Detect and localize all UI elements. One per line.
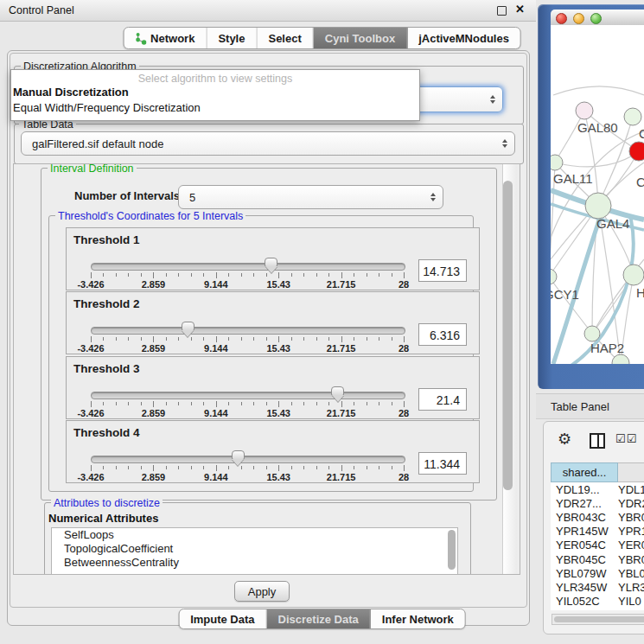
threshold-value-field[interactable]: 6.316 [418,323,467,346]
control-panel-titlebar: Control Panel ✕ [0,0,536,22]
network-node[interactable] [629,142,644,161]
slider-tick [404,401,405,407]
slider-track[interactable] [91,263,405,271]
slider-handle[interactable] [232,450,245,466]
slider-tick [367,402,367,405]
network-node[interactable] [585,193,611,219]
table-row[interactable]: YER054CYER0 [551,539,644,552]
table-row[interactable]: YBL079WYBL0 [551,566,644,580]
columns-icon[interactable] [590,433,605,449]
cell-name: YBR0 [618,511,644,524]
threshold-value-field[interactable]: 11.344 [418,452,467,475]
tab-network[interactable]: Network [124,28,207,48]
network-node-label: H [636,285,644,300]
network-node[interactable] [612,354,629,364]
tab-select[interactable]: Select [257,28,313,48]
network-node[interactable] [584,326,600,341]
slider-handle[interactable] [182,322,194,337]
table-row[interactable]: YBR043CYBR0 [551,510,644,524]
slider-tick [354,273,354,277]
attribute-item-topologicalcoefficient[interactable]: TopologicalCoefficient [52,542,457,556]
select-columns-checkboxes-icon[interactable]: ☑☑ [615,432,637,445]
slider-handle[interactable] [265,258,277,273]
close-icon[interactable]: ✕ [515,3,525,16]
table-hscrollbar-thumb[interactable] [554,616,644,622]
column-header-name[interactable]: n [618,462,644,482]
tab-impute-data[interactable]: Impute Data [179,609,266,628]
threshold-value-field[interactable]: 21.4 [418,388,467,411]
slider-tick-label: 2.859 [142,343,166,354]
table-row[interactable]: YIL052CYIL0 [551,595,644,609]
cell-name: YDL1 [618,483,644,496]
threshold-row: Threshold 2 -3.4262.8599.14415.4321.7152… [66,291,480,354]
slider-tick-label: 2.859 [142,279,166,290]
slider-tick [91,336,92,342]
network-node[interactable] [551,155,563,170]
network-canvas[interactable]: GAL80GALCGAL11GAL4GCY1HHAP2 [551,25,644,364]
number-of-intervals-label: Number of Intervals [74,189,180,202]
minimize-traffic-light-icon[interactable] [573,13,584,24]
slider-track[interactable] [91,392,405,399]
slider-tick [141,337,142,341]
attribute-item-selfloops[interactable]: SelfLoops [52,528,457,542]
slider-tick [341,272,342,278]
tab-jactivemnodules[interactable]: jActiveMNodules [407,28,520,48]
slider-track[interactable] [91,327,405,335]
slider-tick [178,402,179,405]
network-node[interactable] [624,108,641,125]
dropdown-item-manual-discretization[interactable]: Manual Discretization [11,85,419,100]
numerical-attributes-list[interactable]: SelfLoopsTopologicalCoefficientBetweenne… [51,527,458,575]
tab-discretize-data[interactable]: Discretize Data [267,609,371,628]
settings-scrollbar-thumb[interactable] [503,181,513,490]
slider-tick-label: 9.144 [204,279,228,290]
slider-tick [316,466,317,469]
slider-tick [103,402,104,405]
table-row[interactable]: YDR27...YDR2 [551,496,644,510]
gear-icon[interactable]: ⚙ [558,430,571,449]
table-row[interactable]: YBR045CYBR0 [551,552,644,566]
zoom-traffic-light-icon[interactable] [590,13,602,24]
slider-tick [116,273,117,277]
table-row[interactable]: YPR145WYPR1 [551,525,644,539]
slider-tick [91,465,92,471]
slider-handle[interactable] [331,386,344,402]
network-edge[interactable] [553,86,644,95]
close-traffic-light-icon[interactable] [556,13,567,24]
number-of-intervals-combo[interactable]: 5 [178,185,443,209]
table-row[interactable]: YLR345WYLR3 [551,580,644,594]
tab-label: Impute Data [190,613,254,626]
slider-tick [241,337,242,341]
tab-label: Cyni Toolbox [325,32,395,45]
cell-name: YER0 [618,539,644,552]
threshold-value-field[interactable]: 14.713 [418,259,467,282]
slider-tick [379,466,379,469]
slider-tick [128,402,129,405]
attribute-item-betweennesscentrality[interactable]: BetweennessCentrality [52,556,457,570]
network-node[interactable] [551,269,557,284]
dropdown-item-equal-width-frequency-discretization[interactable]: Equal Width/Frequency Discretization [11,100,419,116]
slider-track[interactable] [91,456,405,463]
table-hscrollbar[interactable] [552,614,644,625]
table-row[interactable]: YDL19...YDL1 [551,482,644,496]
list-scrollbar[interactable] [448,530,456,570]
table-data-combo[interactable]: galFiltered.sif default node [21,131,515,156]
float-window-icon[interactable] [497,6,507,16]
slider-tick-label: 9.144 [204,408,228,418]
tab-infer-network[interactable]: Infer Network [371,609,465,628]
slider-tick [166,337,167,341]
network-node[interactable] [623,265,644,285]
tab-label: Network [150,32,194,45]
tab-label: jActiveMNodules [418,32,509,45]
slider-tick [191,466,192,469]
network-edge[interactable] [555,151,639,167]
network-node[interactable] [576,102,593,119]
column-header-shared[interactable]: shared... [551,462,618,482]
tab-style[interactable]: Style [207,28,257,48]
apply-button[interactable]: Apply [234,581,290,602]
network-window-titlebar[interactable] [551,10,644,26]
settings-scrollbar-track[interactable] [502,164,517,574]
combo-stepper-icon [430,193,436,201]
slider-tick-label: 21.715 [327,343,356,354]
slider-tick [379,273,379,277]
tab-cyni-toolbox[interactable]: Cyni Toolbox [314,28,407,48]
